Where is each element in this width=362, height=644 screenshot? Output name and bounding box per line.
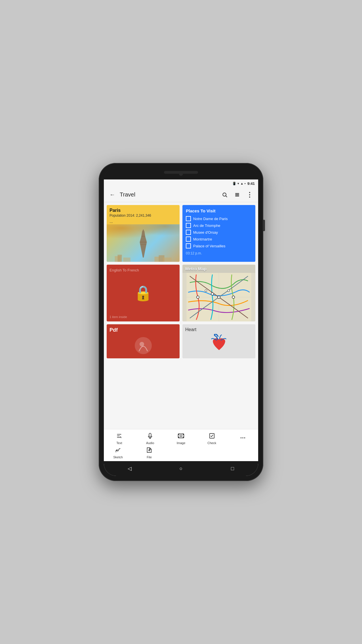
paris-card-title: Paris	[110, 208, 177, 213]
signal-icon: ▲	[240, 182, 243, 185]
svg-point-7	[249, 194, 250, 195]
image-label: Image	[177, 441, 186, 445]
metro-map-visual	[182, 273, 255, 321]
more-icon	[240, 435, 246, 443]
place-item-2: Arc de Triomphe	[186, 223, 252, 228]
paris-card[interactable]: Paris Population 2014: 2,241,346 ...	[107, 205, 180, 262]
file-label: File	[147, 455, 152, 459]
place-label-1: Notre Dame de Paris	[193, 217, 228, 221]
places-card-time: 03:12 p.m.	[186, 251, 252, 255]
svg-point-35	[240, 437, 241, 438]
svg-point-19	[211, 293, 214, 295]
metro-card-header: Metro Map	[182, 265, 255, 273]
heart-card-label: Heart	[185, 327, 252, 332]
paris-card-dots: ...	[107, 219, 180, 224]
audio-icon	[147, 433, 153, 441]
sketch-label: Sketch	[113, 455, 123, 459]
check-icon	[209, 433, 215, 441]
svg-point-37	[244, 437, 245, 438]
nav-recent-button[interactable]: □	[227, 463, 238, 474]
phone-inner: 📳 ▾ ▲ ▪ 9:41 ← Travel	[104, 168, 258, 476]
phone-top-bar	[104, 168, 258, 179]
svg-point-8	[249, 196, 250, 198]
page-title: Travel	[120, 191, 217, 198]
pdf-card-label: Pdf	[110, 327, 177, 333]
nav-home-icon: ○	[180, 466, 183, 472]
svg-point-20	[218, 296, 220, 298]
audio-label: Audio	[146, 441, 154, 445]
back-button[interactable]: ←	[107, 190, 117, 200]
toolbar-audio-button[interactable]: Audio	[142, 432, 159, 446]
status-icons: 📳 ▾ ▲ ▪	[232, 182, 246, 185]
svg-point-32	[180, 435, 182, 437]
svg-point-36	[242, 437, 243, 438]
place-label-3: Musee d'Orsay	[193, 230, 218, 235]
search-button[interactable]	[220, 190, 230, 200]
side-button	[263, 220, 265, 231]
screen: 📳 ▾ ▲ ▪ 9:41 ← Travel	[104, 179, 258, 476]
toolbar-row-1: Text Audio	[104, 432, 258, 446]
nav-home-button[interactable]: ○	[175, 463, 187, 474]
nav-recent-icon: □	[231, 466, 234, 472]
locked-card-title: English To French	[110, 268, 177, 272]
place-checkbox-3[interactable]	[186, 230, 191, 235]
places-card-title: Places To Visit	[186, 208, 252, 213]
place-item-4: Montmartre	[186, 237, 252, 242]
heart-svg	[209, 334, 229, 354]
metro-card[interactable]: Metro Map	[182, 265, 255, 321]
locked-card[interactable]: English To French 🔒 1 item inside	[107, 265, 180, 321]
svg-line-1	[226, 196, 227, 197]
toolbar-sketch-button[interactable]: Sketch	[110, 446, 127, 460]
place-item-1: Notre Dame de Paris	[186, 216, 252, 221]
place-item-3: Musee d'Orsay	[186, 230, 252, 235]
pdf-image	[132, 336, 155, 356]
svg-point-21	[197, 296, 199, 298]
place-label-5: Palace of Versailles	[193, 244, 225, 248]
toolbar-more-button[interactable]	[234, 434, 251, 444]
heart-card-visual	[185, 332, 252, 356]
pdf-card[interactable]: Pdf	[107, 324, 180, 358]
content-grid: Paris Population 2014: 2,241,346 ...	[104, 202, 258, 429]
phone-frame: 📳 ▾ ▲ ▪ 9:41 ← Travel	[99, 163, 263, 481]
toolbar-check-button[interactable]: Check	[203, 432, 220, 446]
heart-card[interactable]: Heart	[182, 324, 255, 358]
city-skyline	[107, 250, 180, 262]
check-label: Check	[207, 441, 216, 445]
svg-point-26	[140, 342, 144, 346]
nav-back-button[interactable]: ◁	[124, 463, 135, 474]
metro-map-svg	[182, 273, 255, 321]
locked-card-bottom: 1 item inside	[110, 315, 127, 319]
place-label-4: Montmartre	[193, 237, 212, 241]
svg-point-0	[223, 193, 226, 196]
toolbar-image-button[interactable]: Image	[172, 432, 190, 446]
list-view-button[interactable]	[232, 190, 242, 200]
wifi-icon: ▾	[237, 182, 239, 185]
svg-point-22	[232, 296, 235, 298]
more-options-button[interactable]	[245, 190, 255, 200]
vibrate-icon: 📳	[232, 182, 236, 185]
nav-bar: ◁ ○ □	[104, 461, 258, 476]
phone-camera	[179, 172, 183, 176]
place-label-2: Arc de Triomphe	[193, 223, 220, 228]
metro-card-title: Metro Map	[185, 266, 252, 271]
text-icon	[116, 433, 122, 441]
place-checkbox-5[interactable]	[186, 243, 191, 248]
place-checkbox-2[interactable]	[186, 223, 191, 228]
text-label: Text	[116, 441, 122, 445]
place-checkbox-1[interactable]	[186, 216, 191, 221]
toolbar-file-button[interactable]: File	[141, 446, 158, 460]
toolbar-text-button[interactable]: Text	[111, 432, 128, 446]
paris-card-text: Paris Population 2014: 2,241,346	[107, 205, 180, 219]
lock-icon: 🔒	[134, 285, 152, 302]
place-checkbox-4[interactable]	[186, 237, 191, 242]
app-bar: ← Travel	[104, 187, 258, 202]
svg-point-6	[249, 192, 250, 193]
places-card[interactable]: Places To Visit Notre Dame de Paris Arc …	[182, 205, 255, 262]
status-time: 9:41	[247, 181, 255, 186]
svg-rect-11	[118, 255, 122, 262]
status-bar: 📳 ▾ ▲ ▪ 9:41	[104, 179, 258, 187]
image-icon	[178, 433, 184, 441]
svg-point-24	[228, 290, 230, 292]
svg-point-38	[149, 450, 150, 451]
bottom-toolbar: Text Audio	[104, 429, 258, 461]
